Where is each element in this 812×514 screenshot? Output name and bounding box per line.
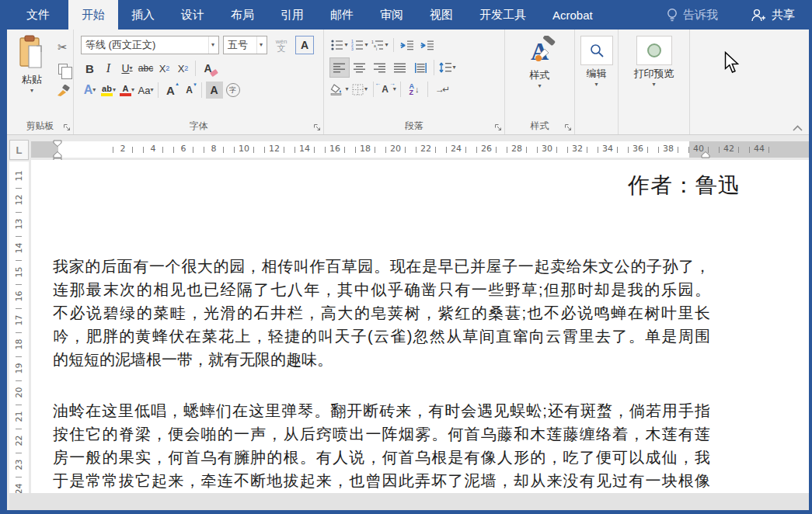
h-ruler-tick (507, 147, 507, 153)
paste-button[interactable]: 粘贴 ▾ (13, 35, 51, 99)
grow-font-button[interactable]: A (162, 81, 179, 99)
tab-布局[interactable]: 布局 (218, 0, 267, 30)
numbering-button[interactable]: 123 ▾ (350, 36, 369, 54)
increase-indent-button[interactable] (418, 36, 437, 54)
align-center-button[interactable] (350, 58, 369, 77)
h-ruler-number: 18 (359, 144, 371, 154)
text-line[interactable]: 我家的后面有一个很大的园，相传叫作百草园。现在是早已并屋子一起卖给朱文公的子孙了… (53, 255, 710, 278)
v-ruler-number: 11 (14, 170, 24, 182)
editing-button[interactable]: 编辑 ▾ (575, 30, 618, 87)
multilevel-list-button[interactable]: 1ai ▾ (371, 36, 389, 54)
text-highlight-button[interactable]: ab ▾ (99, 81, 117, 99)
tab-插入[interactable]: 插入 (118, 0, 168, 30)
align-right-button[interactable] (371, 58, 389, 77)
styles-dropdown-arrow[interactable]: ▾ (538, 84, 541, 89)
tab-Acrobat[interactable]: Acrobat (539, 0, 606, 30)
share-button[interactable]: 共享 (751, 8, 795, 23)
subscript-button[interactable]: X2 (155, 59, 173, 78)
tab-开发工具[interactable]: 开发工具 (466, 0, 539, 30)
tab-视图[interactable]: 视图 (416, 0, 466, 30)
styles-dialog-launcher[interactable] (564, 123, 572, 131)
h-ruler-tick (355, 147, 356, 153)
paragraph-dialog-launcher[interactable] (494, 123, 502, 131)
sort-button[interactable]: AZ ↓ (405, 80, 423, 99)
h-ruler-tick (234, 147, 235, 153)
first-line-indent-marker[interactable] (53, 140, 62, 147)
tab-引用[interactable]: 引用 (267, 0, 317, 30)
collapse-ribbon-chevron[interactable] (793, 125, 803, 131)
text-line[interactable]: 油蛉在这里低唱，蟋蟀们在这里弹琴。翻开断砖来，有时会遇见蜈蚣;还有斑蝥，倘若用手… (53, 399, 710, 422)
copy-button[interactable] (54, 60, 71, 78)
character-border-button[interactable]: A (295, 36, 314, 54)
distribute-text-button[interactable] (411, 58, 430, 77)
h-ruler-tick (738, 147, 739, 153)
justify-button[interactable] (391, 58, 409, 77)
change-case-button[interactable]: Aa▾ (137, 81, 155, 99)
strikethrough-button[interactable]: abc (137, 59, 155, 78)
tell-me-button[interactable]: 告诉我 (667, 8, 718, 23)
tab-设计[interactable]: 设计 (168, 0, 218, 30)
document-body[interactable]: 我家的后面有一个很大的园，相传叫作百草园。现在是早已并屋子一起卖给朱文公的子孙了… (53, 255, 710, 492)
phonetic-guide-button[interactable]: wén 文 (271, 38, 291, 52)
paragraph-group-label[interactable]: 段落 (324, 120, 504, 134)
text-line[interactable]: 的短短的泥墙根一带，就有无限的趣味。 (53, 348, 710, 371)
tab-邮件[interactable]: 邮件 (317, 0, 367, 30)
clear-formatting-button[interactable]: A (199, 59, 217, 78)
styles-button[interactable]: A 样式 ▾ (505, 30, 574, 89)
bullets-button[interactable]: ▾ (330, 36, 349, 54)
tell-me-label: 告诉我 (683, 8, 718, 23)
h-ruler-tick (617, 147, 618, 153)
shrink-font-button[interactable]: A (180, 81, 198, 99)
shading-button[interactable]: ▾ (330, 80, 349, 99)
show-hide-marks-button[interactable]: →↵ (432, 80, 451, 99)
align-left-button[interactable] (330, 58, 349, 77)
font-name-combobox[interactable]: 等线 (西文正文) ▾ (81, 36, 219, 54)
editing-icon-box (580, 36, 613, 65)
text-line[interactable]: 不必说碧绿的菜畦，光滑的石井栏，高大的皂荚树，紫红的桑葚;也不必说鸣蝉在树叶里长 (53, 301, 710, 325)
text-line[interactable]: 房一般的果实，何首乌有臃肿的根。有人说，何首乌根是有像人形的，吃了便可以成仙，我 (53, 446, 710, 469)
text-line[interactable]: 吟，肥胖的黄蜂伏在菜花上，轻捷的叫天子(云雀)忽然从草间直窜向云霄里去了。单是周… (53, 325, 710, 348)
h-ruler-tick (567, 147, 568, 153)
borders-button[interactable]: ▾ (350, 80, 369, 99)
font-size-dropdown-arrow[interactable]: ▾ (256, 36, 265, 54)
paste-dropdown-arrow[interactable]: ▾ (30, 89, 33, 93)
text-line[interactable]: 按住它的脊梁，便会啪的一声，从后窍喷出一阵烟雾。何首乌藤和木莲藤缠络着，木莲有莲 (53, 422, 710, 446)
print-preview-button[interactable]: 打印预览 ▾ (619, 30, 689, 87)
font-color-button[interactable]: A ▾ (118, 81, 136, 99)
font-group-label[interactable]: 字体 (74, 120, 323, 134)
tab-审阅[interactable]: 审阅 (367, 0, 416, 30)
text-line[interactable]: 于是常常拔它起来，牵连不断地拔起来，也曾因此弄坏了泥墙，却从来没有见过有一块根像 (53, 469, 710, 492)
print-preview-dropdown-arrow[interactable]: ▾ (652, 82, 655, 87)
underline-button[interactable]: U▾ (118, 59, 136, 78)
enclose-characters-button[interactable]: 字 (224, 81, 242, 99)
text-line[interactable]: 连那最末次的相见也已经隔了七八年，其中似乎确凿只有一些野草;但那时却是我的乐园。 (53, 278, 710, 301)
decrease-indent-button[interactable] (398, 36, 416, 54)
tab-文件[interactable]: 文件 (8, 0, 68, 30)
line-spacing-button[interactable]: ▾ (438, 58, 457, 77)
cut-button[interactable]: ✂ (54, 38, 71, 56)
clipboard-dialog-launcher[interactable] (63, 123, 71, 131)
font-size-combobox[interactable]: 五号 ▾ (223, 36, 267, 54)
asian-layout-button[interactable]: A ▾ (378, 80, 396, 99)
align-left-icon (333, 63, 346, 73)
bold-button[interactable]: B (81, 59, 99, 78)
format-painter-button[interactable] (54, 82, 71, 99)
italic-button[interactable]: I (99, 59, 117, 78)
text-effects-button[interactable]: A▾ (81, 81, 99, 99)
font-name-dropdown-arrow[interactable]: ▾ (208, 36, 217, 54)
vertical-ruler[interactable]: 1112131415161718192021222324 (9, 161, 29, 493)
h-ruler-number: 4 (147, 144, 159, 154)
editing-dropdown-arrow[interactable]: ▾ (594, 82, 598, 87)
horizontal-ruler[interactable]: 2468101214161820222426283032343638404244 (31, 141, 809, 158)
character-shading-button[interactable]: A (205, 81, 223, 99)
font-dialog-launcher[interactable] (313, 123, 321, 131)
document-page[interactable]: 作者：鲁迅 我家的后面有一个很大的园，相传叫作百草园。现在是早已并屋子一起卖给朱… (31, 160, 809, 493)
paragraph-1[interactable]: 我家的后面有一个很大的园，相传叫作百草园。现在是早已并屋子一起卖给朱文公的子孙了… (53, 255, 710, 371)
v-ruler-tick (16, 212, 22, 213)
underline-dropdown-arrow[interactable]: ▾ (130, 66, 133, 71)
tab-stop-selector[interactable]: L (9, 140, 29, 160)
tab-开始[interactable]: 开始 (68, 0, 118, 30)
superscript-button[interactable]: X2 (174, 59, 192, 78)
author-line[interactable]: 作者：鲁迅 (628, 171, 741, 200)
paragraph-2[interactable]: 油蛉在这里低唱，蟋蟀们在这里弹琴。翻开断砖来，有时会遇见蜈蚣;还有斑蝥，倘若用手… (53, 399, 710, 492)
